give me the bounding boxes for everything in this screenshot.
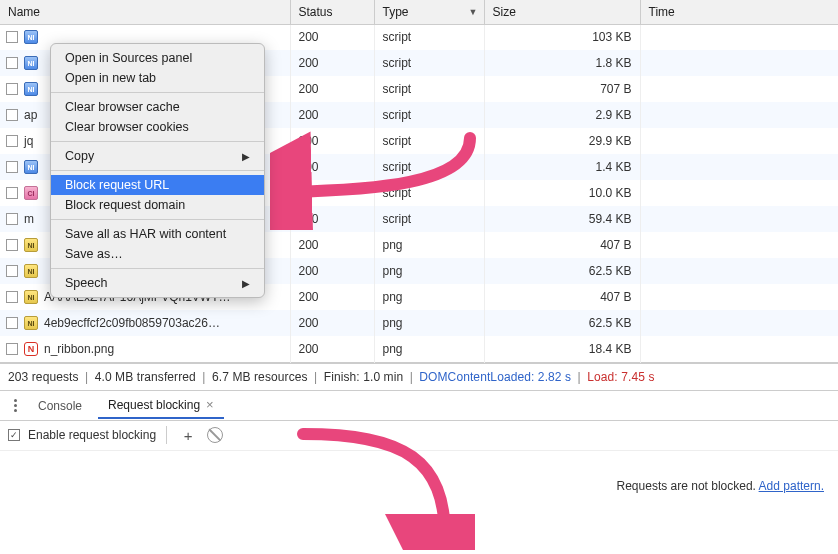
add-pattern-link[interactable]: Add pattern. <box>759 479 824 493</box>
status-cell: 200 <box>290 336 374 362</box>
time-cell <box>640 102 838 128</box>
drawer-header: Console Request blocking × <box>0 391 838 421</box>
size-cell: 62.5 KB <box>493 264 632 278</box>
size-cell: 59.4 KB <box>493 212 632 226</box>
status-cell: 200 <box>290 102 374 128</box>
status-cell: 200 <box>290 154 374 180</box>
status-cell: 200 <box>290 258 374 284</box>
row-checkbox[interactable] <box>6 265 18 277</box>
status-finish: Finish: 1.0 min <box>324 370 404 384</box>
ctx-separator <box>51 141 264 142</box>
type-cell: script <box>374 206 484 232</box>
row-checkbox[interactable] <box>6 161 18 173</box>
type-cell: png <box>374 284 484 310</box>
ctx-block-domain[interactable]: Block request domain <box>51 195 264 215</box>
request-blocking-body: Requests are not blocked. Add pattern. <box>0 451 838 505</box>
row-checkbox[interactable] <box>6 343 18 355</box>
size-cell: 407 B <box>493 290 632 304</box>
type-cell: script <box>374 102 484 128</box>
type-cell: script <box>374 24 484 50</box>
tab-request-blocking[interactable]: Request blocking × <box>98 392 224 419</box>
sort-desc-icon: ▼ <box>469 7 478 17</box>
status-cell: 200 <box>290 232 374 258</box>
ctx-open-sources[interactable]: Open in Sources panel <box>51 48 264 68</box>
size-cell: 29.9 KB <box>493 134 632 148</box>
time-cell <box>640 24 838 50</box>
ctx-clear-cookies[interactable]: Clear browser cookies <box>51 117 264 137</box>
file-type-icon: NI <box>24 316 38 330</box>
request-blocking-toolbar: ✓ Enable request blocking + <box>0 421 838 451</box>
status-cell: 200 <box>290 50 374 76</box>
status-cell: 200 <box>290 180 374 206</box>
col-type[interactable]: Type▼ <box>374 0 484 24</box>
row-checkbox[interactable] <box>6 31 18 43</box>
submenu-arrow-icon: ▶ <box>242 278 250 289</box>
file-type-icon: NI <box>24 264 38 278</box>
type-cell: png <box>374 310 484 336</box>
time-cell <box>640 206 838 232</box>
ctx-speech[interactable]: Speech▶ <box>51 273 264 293</box>
kebab-menu-icon[interactable] <box>8 395 22 416</box>
ctx-open-new-tab[interactable]: Open in new tab <box>51 68 264 88</box>
col-time[interactable]: Time <box>640 0 838 24</box>
file-type-icon: NI <box>24 82 38 96</box>
col-size[interactable]: Size <box>484 0 640 24</box>
ctx-clear-cache[interactable]: Clear browser cache <box>51 97 264 117</box>
ctx-save-as[interactable]: Save as… <box>51 244 264 264</box>
separator: | <box>202 370 205 384</box>
col-name[interactable]: Name <box>0 0 290 24</box>
close-icon[interactable]: × <box>206 398 214 411</box>
row-checkbox[interactable] <box>6 213 18 225</box>
blocking-status-text: Requests are not blocked. <box>617 479 756 493</box>
status-cell: 200 <box>290 310 374 336</box>
row-checkbox[interactable] <box>6 83 18 95</box>
request-name: 4eb9ecffcf2c09fb0859703ac26… <box>44 316 220 330</box>
context-menu: Open in Sources panel Open in new tab Cl… <box>50 43 265 298</box>
submenu-arrow-icon: ▶ <box>242 151 250 162</box>
status-cell: 200 <box>290 76 374 102</box>
table-row[interactable]: Nn_ribbon.png200png18.4 KB <box>0 336 838 362</box>
separator: | <box>314 370 317 384</box>
size-cell: 2.9 KB <box>493 108 632 122</box>
enable-blocking-label: Enable request blocking <box>28 428 156 442</box>
status-load: Load: 7.45 s <box>587 370 654 384</box>
ctx-block-url[interactable]: Block request URL <box>51 175 264 195</box>
clear-patterns-icon[interactable] <box>207 427 223 443</box>
row-checkbox[interactable] <box>6 239 18 251</box>
divider <box>166 426 167 444</box>
status-requests: 203 requests <box>8 370 79 384</box>
file-type-icon: NI <box>24 290 38 304</box>
size-cell: 18.4 KB <box>493 342 632 356</box>
row-checkbox[interactable] <box>6 291 18 303</box>
row-checkbox[interactable] <box>6 109 18 121</box>
row-checkbox[interactable] <box>6 135 18 147</box>
request-name: jq <box>24 134 33 148</box>
file-type-icon: N <box>24 342 38 356</box>
col-status[interactable]: Status <box>290 0 374 24</box>
time-cell <box>640 154 838 180</box>
add-pattern-icon[interactable]: + <box>177 424 199 446</box>
status-cell: 200 <box>290 206 374 232</box>
ctx-save-har[interactable]: Save all as HAR with content <box>51 224 264 244</box>
time-cell <box>640 310 838 336</box>
table-row[interactable]: NI4eb9ecffcf2c09fb0859703ac26…200png62.5… <box>0 310 838 336</box>
row-checkbox[interactable] <box>6 57 18 69</box>
time-cell <box>640 76 838 102</box>
row-checkbox[interactable] <box>6 187 18 199</box>
row-checkbox[interactable] <box>6 317 18 329</box>
size-cell: 1.4 KB <box>493 160 632 174</box>
ctx-copy[interactable]: Copy▶ <box>51 146 264 166</box>
size-cell: 707 B <box>493 82 632 96</box>
time-cell <box>640 258 838 284</box>
status-cell: 200 <box>290 128 374 154</box>
status-cell: 200 <box>290 24 374 50</box>
size-cell: 103 KB <box>493 30 632 44</box>
request-name: n_ribbon.png <box>44 342 114 356</box>
enable-blocking-checkbox[interactable]: ✓ <box>8 429 20 441</box>
type-cell: png <box>374 232 484 258</box>
time-cell <box>640 284 838 310</box>
size-cell: 407 B <box>493 238 632 252</box>
status-transferred: 4.0 MB transferred <box>95 370 196 384</box>
tab-console[interactable]: Console <box>28 393 92 418</box>
size-cell: 1.8 KB <box>493 56 632 70</box>
